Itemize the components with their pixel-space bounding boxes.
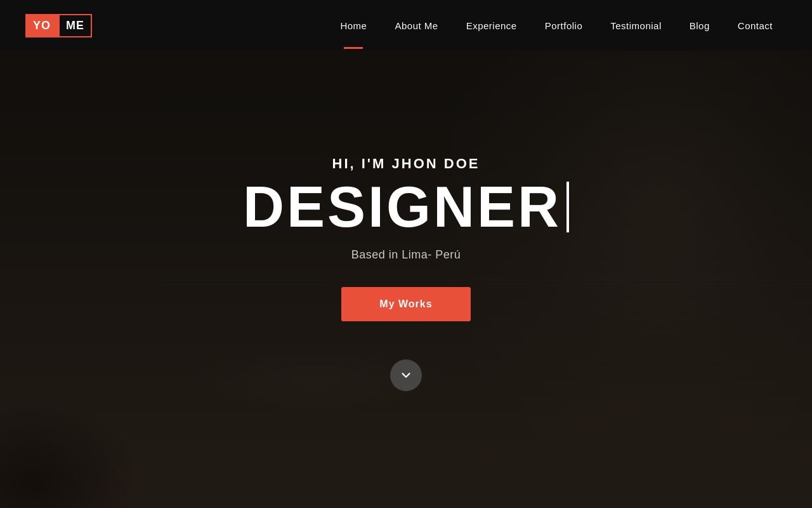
nav-link-experience[interactable]: Experience bbox=[452, 14, 531, 37]
hero-title: DESIGNER bbox=[243, 178, 569, 236]
nav-link-blog[interactable]: Blog bbox=[676, 14, 724, 37]
hero-subtitle: HI, I'M JHON DOE bbox=[332, 156, 480, 172]
nav-link-contact[interactable]: Contact bbox=[724, 14, 787, 37]
logo-yo: YO bbox=[25, 14, 58, 37]
chevron-down-icon bbox=[399, 368, 413, 382]
cursor-icon bbox=[566, 182, 569, 232]
nav-links: Home About Me Experience Portfolio Testi… bbox=[326, 14, 787, 37]
logo[interactable]: YO ME bbox=[25, 14, 92, 37]
nav-item-home[interactable]: Home bbox=[326, 14, 381, 37]
hero-content: HI, I'M JHON DOE DESIGNER Based in Lima-… bbox=[0, 0, 812, 508]
navbar: YO ME Home About Me Experience Portfolio… bbox=[0, 0, 812, 51]
nav-item-experience[interactable]: Experience bbox=[452, 14, 531, 37]
hero-location: Based in Lima- Perú bbox=[351, 248, 461, 262]
nav-link-testimonial[interactable]: Testimonial bbox=[596, 14, 676, 37]
scroll-down-button[interactable] bbox=[390, 359, 422, 391]
nav-link-about[interactable]: About Me bbox=[381, 14, 452, 37]
hero-title-text: DESIGNER bbox=[243, 178, 561, 236]
nav-item-blog[interactable]: Blog bbox=[676, 14, 724, 37]
nav-item-testimonial[interactable]: Testimonial bbox=[596, 14, 676, 37]
nav-item-portfolio[interactable]: Portfolio bbox=[531, 14, 597, 37]
logo-me: ME bbox=[58, 14, 92, 37]
my-works-button[interactable]: My Works bbox=[341, 287, 470, 321]
nav-item-about[interactable]: About Me bbox=[381, 14, 452, 37]
nav-link-portfolio[interactable]: Portfolio bbox=[531, 14, 597, 37]
nav-link-home[interactable]: Home bbox=[326, 14, 381, 37]
nav-item-contact[interactable]: Contact bbox=[724, 14, 787, 37]
